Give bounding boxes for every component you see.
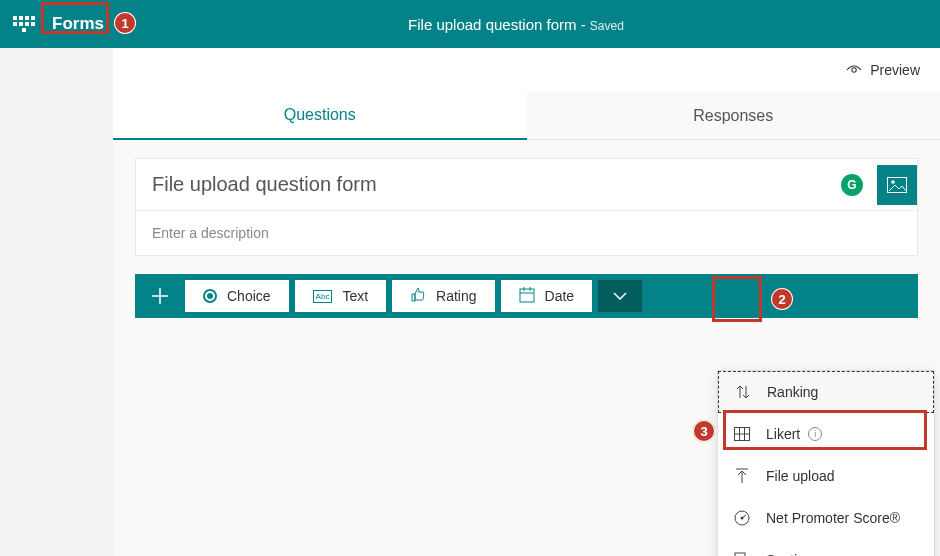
- question-type-choice[interactable]: Choice: [185, 280, 289, 312]
- file-upload-icon: [734, 468, 750, 484]
- preview-button[interactable]: Preview: [846, 62, 920, 78]
- menu-item-nps[interactable]: Net Promoter Score®: [718, 497, 934, 539]
- title-card: G Enter a description: [135, 158, 918, 256]
- likert-icon: [734, 426, 750, 442]
- menu-item-ranking[interactable]: Ranking: [718, 371, 934, 413]
- menu-item-likert[interactable]: Likert i: [718, 413, 934, 455]
- question-type-text[interactable]: Abc Text: [295, 280, 386, 312]
- section-label: Section: [766, 552, 813, 556]
- more-types-menu: Ranking Likert i File upload Net Promote…: [717, 370, 935, 556]
- question-type-date[interactable]: Date: [501, 280, 593, 312]
- tab-row: Questions Responses: [113, 92, 940, 140]
- file-upload-label: File upload: [766, 468, 835, 484]
- header-save-status: Saved: [590, 19, 624, 33]
- rating-label: Rating: [436, 288, 476, 304]
- command-bar: Preview: [113, 48, 940, 92]
- annotation-badge-1: 1: [114, 12, 136, 34]
- info-icon[interactable]: i: [808, 427, 822, 441]
- menu-item-section[interactable]: Section: [718, 539, 934, 556]
- app-header: Forms File upload question form - Saved: [0, 0, 940, 48]
- ranking-icon: [735, 384, 751, 400]
- preview-icon: [846, 62, 862, 78]
- tab-questions[interactable]: Questions: [113, 92, 527, 140]
- preview-label: Preview: [870, 62, 920, 78]
- header-save-dash: -: [581, 16, 590, 33]
- tab-questions-label: Questions: [284, 106, 356, 124]
- rating-icon: [410, 286, 426, 306]
- form-title-header: File upload question form - Saved: [104, 16, 928, 33]
- svg-point-2: [891, 180, 895, 184]
- date-label: Date: [545, 288, 575, 304]
- text-label: Text: [342, 288, 368, 304]
- question-type-rating[interactable]: Rating: [392, 280, 494, 312]
- nps-icon: [734, 510, 750, 526]
- choice-icon: [203, 289, 217, 303]
- grammarly-icon[interactable]: G: [841, 174, 863, 196]
- add-question-button[interactable]: [141, 280, 179, 312]
- header-form-title: File upload question form: [408, 16, 576, 33]
- tab-responses[interactable]: Responses: [527, 92, 941, 140]
- svg-point-15: [741, 517, 744, 520]
- form-title-input[interactable]: [152, 173, 841, 196]
- main-panel: Preview Questions Responses G: [113, 48, 940, 556]
- text-icon: Abc: [313, 290, 333, 303]
- add-image-button[interactable]: [877, 165, 917, 205]
- menu-item-file-upload[interactable]: File upload: [718, 455, 934, 497]
- nps-label: Net Promoter Score®: [766, 510, 900, 526]
- date-icon: [519, 287, 535, 306]
- ranking-label: Ranking: [767, 384, 818, 400]
- choice-label: Choice: [227, 288, 271, 304]
- annotation-badge-2: 2: [771, 288, 793, 310]
- tab-responses-label: Responses: [693, 107, 773, 125]
- chevron-down-icon: [613, 292, 627, 300]
- add-question-row: Choice Abc Text Rating Date: [135, 274, 918, 318]
- more-types-button[interactable]: [598, 280, 642, 312]
- title-row: G: [136, 159, 917, 211]
- image-icon: [887, 177, 907, 193]
- app-launcher-icon[interactable]: [12, 12, 36, 36]
- likert-label: Likert: [766, 426, 800, 442]
- section-icon: [734, 552, 750, 556]
- plus-icon: [151, 287, 169, 305]
- annotation-badge-3: 3: [693, 420, 715, 442]
- form-description[interactable]: Enter a description: [136, 211, 917, 255]
- svg-rect-3: [520, 289, 534, 302]
- svg-point-0: [852, 68, 856, 72]
- app-name[interactable]: Forms: [52, 14, 104, 34]
- description-placeholder: Enter a description: [152, 225, 269, 241]
